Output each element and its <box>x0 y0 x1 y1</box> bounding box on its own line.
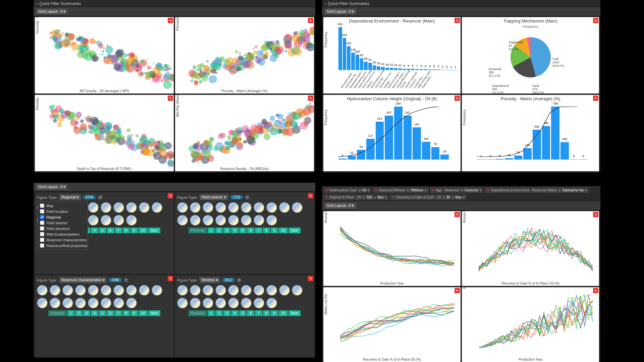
thumbnail[interactable] <box>88 285 99 296</box>
thumbnail[interactable] <box>254 202 264 213</box>
thumbnail[interactable] <box>254 285 264 296</box>
pager-btn[interactable]: 10 <box>139 228 148 233</box>
thumbnail[interactable] <box>292 202 303 213</box>
thumbnail[interactable] <box>113 285 124 296</box>
pager-btn[interactable]: 2 <box>75 310 83 316</box>
panel-header[interactable]: ▾ Quick Filter Summaries <box>34 0 315 7</box>
thumbnail[interactable] <box>101 285 111 296</box>
thumbnail[interactable] <box>266 298 277 308</box>
edit-icon[interactable]: ✎ <box>593 18 598 23</box>
close-icon[interactable]: ✕ <box>487 188 489 192</box>
pager-btn[interactable]: 7 <box>115 228 122 233</box>
pager-btn[interactable]: Next <box>148 310 161 316</box>
thumbnail[interactable] <box>126 215 137 226</box>
thumbnail[interactable] <box>215 202 226 213</box>
help-icon[interactable]: ? <box>237 278 241 283</box>
close-icon[interactable]: ✕ <box>325 188 328 192</box>
close-icon[interactable]: ✕ <box>392 195 395 199</box>
edit-icon[interactable]: ✎ <box>593 96 598 101</box>
thumbnail[interactable] <box>37 285 48 296</box>
collapse-icon[interactable]: ▾ <box>325 2 326 6</box>
pager-btn[interactable]: 9 <box>130 228 138 233</box>
thumbnail[interactable] <box>50 285 60 296</box>
thumbnail[interactable] <box>75 285 86 296</box>
thumbnail[interactable] <box>113 298 124 308</box>
thumbnail[interactable] <box>139 285 150 296</box>
thumbnail[interactable] <box>228 202 239 213</box>
edit-icon[interactable]: ✎ <box>308 193 313 198</box>
thumbnail[interactable] <box>126 285 137 296</box>
menu-item[interactable]: Resource/fluid properties <box>39 243 86 248</box>
thumbnail[interactable] <box>177 202 188 213</box>
pager-btn[interactable]: 9 <box>271 228 278 233</box>
pager-btn[interactable]: 10 <box>279 228 288 233</box>
pager-btn[interactable]: 7 <box>255 310 262 316</box>
thumbnail[interactable] <box>50 298 60 308</box>
pager-btn[interactable]: 6 <box>107 228 114 233</box>
menu-item[interactable]: Well location/pattern <box>39 231 86 237</box>
pager-btn[interactable]: Next <box>288 228 301 233</box>
pager-btn[interactable]: Next <box>148 228 161 233</box>
thumbnail[interactable] <box>241 202 252 213</box>
menu-item[interactable]: Regional <box>39 214 86 220</box>
thumbnail[interactable] <box>101 202 111 213</box>
pager-btn[interactable]: 10 <box>139 310 148 316</box>
menu-item[interactable]: Reservoir characteristics <box>39 237 86 243</box>
filter-chip[interactable]: ✕Hydrocarbon Type⊘Oil <box>323 187 371 193</box>
figure-type-dropdown[interactable]: Reservoir characteristics <box>59 277 107 283</box>
pager-btn[interactable]: 1 <box>208 228 215 233</box>
filter-chip[interactable]: ✕Depositional Environment - Reservoir (M… <box>485 187 589 193</box>
thumbnail[interactable] <box>266 285 277 296</box>
pager-btn[interactable]: 4 <box>91 310 98 316</box>
pager-btn[interactable]: 1 <box>67 310 75 316</box>
pager-btn[interactable]: 4 <box>231 310 238 316</box>
pager-btn[interactable]: 10 <box>279 310 288 316</box>
thumbnail[interactable] <box>203 215 213 226</box>
pager-btn[interactable]: 8 <box>123 310 130 316</box>
pager-btn[interactable]: 1 <box>208 310 215 316</box>
pager-btn[interactable]: 9 <box>271 310 278 316</box>
pager-btn[interactable]: 5 <box>99 310 106 316</box>
thumbnail[interactable] <box>266 202 277 213</box>
thumbnail[interactable] <box>62 285 73 296</box>
thumbnail[interactable] <box>203 298 213 308</box>
thumbnail[interactable] <box>177 215 188 226</box>
thumbnail[interactable] <box>241 298 252 308</box>
pager-btn[interactable]: Next <box>288 310 301 316</box>
pager-btn[interactable]: 5 <box>239 228 247 233</box>
pager-btn[interactable]: 3 <box>223 228 231 233</box>
thumbnail[interactable] <box>203 202 213 213</box>
pager-btn[interactable]: 3 <box>223 310 231 316</box>
thumbnail[interactable] <box>37 298 48 308</box>
thumbnail[interactable] <box>190 298 201 308</box>
menu-item[interactable]: Field location <box>39 208 86 214</box>
thumbnail[interactable] <box>254 298 264 308</box>
pager-btn[interactable]: 2 <box>215 228 223 233</box>
help-icon[interactable]: ? <box>98 195 103 200</box>
pager-btn[interactable]: Previous <box>189 228 207 233</box>
edit-icon[interactable]: ✎ <box>454 96 460 101</box>
thumbnail[interactable] <box>113 202 124 213</box>
thumbnail[interactable] <box>215 215 226 226</box>
edit-icon[interactable]: ✎ <box>168 276 173 281</box>
pager-btn[interactable]: Previous <box>189 310 207 316</box>
thumbnail[interactable] <box>152 202 162 213</box>
edit-icon[interactable]: ✎ <box>308 18 313 23</box>
thumbnail[interactable] <box>177 285 188 296</box>
edit-icon[interactable]: ✎ <box>454 288 460 293</box>
pager-btn[interactable]: 7 <box>255 228 262 233</box>
thumbnail[interactable] <box>88 298 99 308</box>
close-icon[interactable]: ✕ <box>375 188 377 192</box>
thumbnail[interactable] <box>228 285 239 296</box>
pager-btn[interactable]: 4 <box>231 228 238 233</box>
grid-layout-dropdown[interactable]: Grid Layout : 4 <box>36 184 67 190</box>
edit-icon[interactable]: ✎ <box>308 276 313 281</box>
figure-type-dropdown[interactable]: Field seismic <box>200 194 228 200</box>
edit-icon[interactable]: ✎ <box>593 212 598 217</box>
filter-chip[interactable]: ✕Recovery to Date of EUR - Oil⊘30 ↔ Max <box>390 194 467 200</box>
grid-layout-dropdown[interactable]: Grid Layout : 4 <box>325 203 356 208</box>
thumbnail[interactable] <box>215 285 226 296</box>
filter-chip[interactable]: ✕Original In-Place - Oil⊘500 ↔ Max <box>323 194 389 200</box>
panel-header[interactable]: ▾ Quick Filter Summaries <box>322 0 600 7</box>
thumbnail[interactable] <box>126 298 137 308</box>
